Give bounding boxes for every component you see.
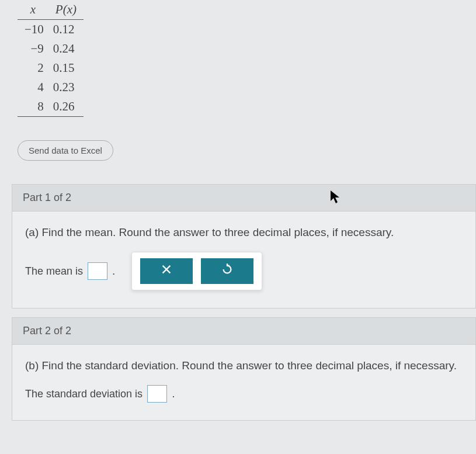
- part-1-header: Part 1 of 2: [12, 185, 475, 212]
- send-to-excel-button[interactable]: Send data to Excel: [18, 140, 113, 161]
- table-row: 2 0.15: [18, 58, 84, 78]
- mean-label: The mean is: [25, 265, 83, 278]
- reset-button[interactable]: [201, 258, 253, 284]
- cursor-icon: [329, 189, 341, 208]
- part-1-title: Part 1 of 2: [23, 192, 71, 203]
- clear-button[interactable]: [140, 258, 193, 284]
- table-row: 4 0.23: [18, 78, 84, 97]
- table-row: −10 0.12: [18, 20, 84, 40]
- part-2-question: (b) Find the standard deviation. Round t…: [25, 359, 463, 372]
- table-row: −9 0.24: [18, 39, 84, 58]
- answer-button-group: [131, 252, 262, 290]
- period: .: [172, 387, 175, 400]
- header-px: P(x): [48, 0, 84, 20]
- part-1-box: Part 1 of 2 (a) Find the mean. Round the…: [12, 184, 476, 309]
- stddev-label: The standard deviation is: [25, 388, 143, 400]
- part-2-box: Part 2 of 2 (b) Find the standard deviat…: [12, 317, 476, 421]
- header-x: x: [18, 0, 48, 20]
- period: .: [112, 265, 115, 278]
- stddev-input[interactable]: [147, 385, 167, 403]
- undo-icon: [221, 263, 234, 279]
- part-2-header: Part 2 of 2: [12, 318, 475, 345]
- table-row: 8 0.26: [18, 97, 84, 117]
- mean-input[interactable]: [88, 262, 107, 280]
- probability-table: x P(x) −10 0.12 −9 0.24 2 0.15 4 0.23 8: [18, 0, 84, 117]
- x-icon: [160, 263, 173, 279]
- part-1-question: (a) Find the mean. Round the answer to t…: [25, 226, 463, 239]
